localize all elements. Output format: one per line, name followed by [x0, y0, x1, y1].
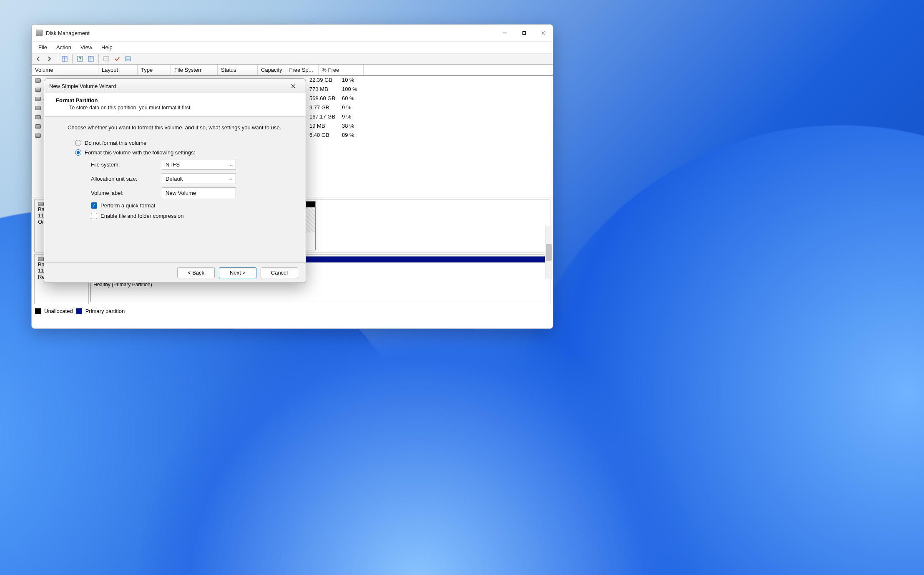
drive-icon — [35, 106, 41, 110]
col-free-space[interactable]: Free Sp... — [286, 65, 319, 75]
drive-icon — [35, 78, 41, 83]
window-controls — [495, 26, 553, 40]
legend-unallocated: Unallocated — [44, 308, 73, 314]
titlebar: Disk Management — [32, 25, 553, 41]
label-volume-label: Volume label: — [91, 190, 162, 196]
forward-icon[interactable] — [44, 54, 54, 64]
input-volume-label[interactable]: New Volume — [162, 187, 236, 198]
col-type[interactable]: Type — [138, 65, 171, 75]
legend-swatch-unallocated — [35, 308, 41, 314]
chevron-down-icon: ⌄ — [229, 162, 232, 167]
col-capacity[interactable]: Capacity — [258, 65, 286, 75]
select-file-system[interactable]: NTFS ⌄ — [162, 159, 236, 170]
maximize-button[interactable] — [515, 26, 534, 40]
dialog-heading: Format Partition — [56, 97, 296, 103]
wizard-dialog: New Simple Volume Wizard Format Partitio… — [44, 78, 306, 283]
legend-primary: Primary partition — [85, 308, 125, 314]
col-layout[interactable]: Layout — [98, 65, 138, 75]
menu-help[interactable]: Help — [97, 43, 117, 52]
cancel-button[interactable]: Cancel — [261, 267, 298, 278]
close-button[interactable] — [534, 26, 553, 40]
list-icon[interactable] — [123, 54, 133, 64]
radio-format-with-settings[interactable]: Format this volume with the following se… — [75, 149, 289, 156]
label-allocation-unit: Allocation unit size: — [91, 176, 162, 182]
menubar: File Action View Help — [32, 41, 553, 53]
menu-file[interactable]: File — [34, 43, 51, 52]
menu-action[interactable]: Action — [52, 43, 75, 52]
checkbox-icon — [91, 213, 97, 219]
dialog-body: Choose whether you want to format this v… — [44, 117, 306, 226]
dialog-intro: Choose whether you want to format this v… — [68, 124, 289, 131]
toolbar: ? — [32, 53, 553, 65]
drive-icon — [35, 124, 41, 129]
grid-icon[interactable] — [60, 54, 70, 64]
minimize-button[interactable] — [495, 26, 515, 40]
window-title: Disk Management — [46, 30, 90, 36]
chevron-down-icon: ⌄ — [229, 177, 232, 181]
menu-view[interactable]: View — [76, 43, 96, 52]
radio-icon — [75, 149, 81, 156]
dialog-title: New Simple Volume Wizard — [49, 83, 116, 89]
checkbox-quick-format[interactable]: ✓ Perform a quick format — [91, 202, 289, 209]
radio-do-not-format[interactable]: Do not format this volume — [75, 140, 289, 146]
drive-icon — [35, 88, 41, 92]
select-allocation-unit[interactable]: Default ⌄ — [162, 173, 236, 184]
svg-point-13 — [105, 58, 105, 59]
dialog-subheading: To store data on this partition, you mus… — [69, 105, 296, 111]
drive-icon — [35, 97, 41, 101]
col-file-system[interactable]: File System — [171, 65, 218, 75]
checkbox-icon: ✓ — [91, 202, 97, 209]
grid-header: Volume Layout Type File System Status Ca… — [32, 65, 553, 76]
properties-icon[interactable] — [101, 54, 111, 64]
dialog-titlebar: New Simple Volume Wizard — [44, 79, 306, 93]
help-icon[interactable]: ? — [75, 54, 85, 64]
svg-rect-1 — [523, 32, 526, 35]
dialog-footer: < Back Next > Cancel — [44, 262, 306, 282]
svg-text:?: ? — [79, 57, 81, 61]
radio-icon — [75, 140, 81, 146]
legend-swatch-primary — [76, 308, 82, 314]
next-button[interactable]: Next > — [219, 267, 256, 278]
drive-icon — [35, 134, 41, 138]
svg-rect-9 — [88, 56, 93, 61]
col-percent-free[interactable]: % Free — [319, 65, 364, 75]
back-button[interactable]: < Back — [177, 267, 215, 278]
checkbox-compression[interactable]: Enable file and folder compression — [91, 213, 289, 219]
refresh-icon[interactable] — [86, 54, 96, 64]
col-volume[interactable]: Volume — [32, 65, 98, 75]
legend: Unallocated Primary partition — [32, 306, 553, 316]
app-icon — [36, 30, 43, 36]
disk-icon — [38, 202, 44, 206]
col-status[interactable]: Status — [218, 65, 258, 75]
svg-rect-15 — [126, 57, 131, 61]
label-file-system: File system: — [91, 161, 162, 168]
back-icon[interactable] — [33, 54, 43, 64]
dialog-header: Format Partition To store data on this p… — [44, 93, 306, 117]
dialog-close-button[interactable] — [286, 80, 301, 92]
drive-icon — [35, 115, 41, 119]
vertical-scrollbar[interactable] — [545, 226, 552, 279]
check-icon[interactable] — [112, 54, 122, 64]
scrollbar-thumb[interactable] — [546, 244, 552, 261]
disk-icon — [38, 257, 44, 261]
